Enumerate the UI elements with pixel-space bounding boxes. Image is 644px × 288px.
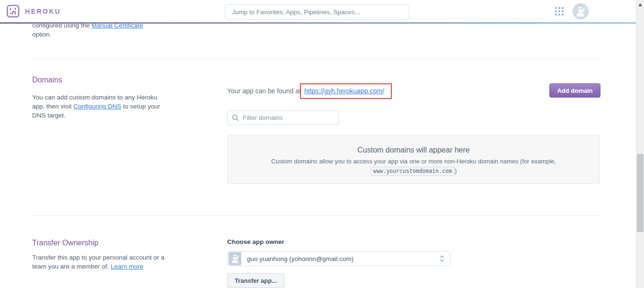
choose-app-owner-label: Choose app owner <box>227 238 284 245</box>
select-stepper-icon <box>440 255 444 262</box>
configuring-dns-link[interactable]: Configuring DNS <box>73 103 121 110</box>
heroku-mark-icon <box>7 5 19 18</box>
heroku-dashboard-page: HEROKU <box>0 0 644 288</box>
apps-grid-icon[interactable] <box>555 7 564 16</box>
empty-panel-example-line: www.yourcustomdomain.com) <box>228 167 600 174</box>
add-domain-button[interactable]: Add domain <box>549 83 600 98</box>
app-url-row: Your app can be found at https://gyh.her… <box>227 83 385 98</box>
navbar-right-group <box>555 0 589 22</box>
vertical-scrollbar[interactable] <box>636 0 644 288</box>
heroku-logo[interactable]: HEROKU <box>7 5 61 18</box>
empty-panel-title: Custom domains will appear here <box>228 146 600 154</box>
close-paren: ) <box>455 167 457 174</box>
transfer-ownership-heading: Transfer Ownership <box>32 239 98 247</box>
domains-description: You can add custom domains to any Heroku… <box>32 93 169 120</box>
navbar-gradient-border <box>0 22 636 24</box>
filter-domains-wrap <box>227 110 339 125</box>
top-navbar: HEROKU <box>0 0 636 22</box>
transfer-description: Transfer this app to your personal accou… <box>32 253 174 271</box>
ninja-avatar-icon <box>230 253 240 264</box>
settings-page-content: configured using the Manual Certificate … <box>0 24 636 288</box>
owner-avatar <box>229 252 241 265</box>
transfer-desc-before: Transfer this app to your personal accou… <box>32 254 164 270</box>
learn-more-link[interactable]: Learn more <box>111 263 143 270</box>
scrollbar-up-arrow[interactable] <box>638 3 642 6</box>
section-divider <box>32 216 600 216</box>
app-url-link[interactable]: https://gyh.herokuapp.com/ <box>304 87 384 95</box>
ninja-avatar-icon <box>574 5 587 18</box>
global-search-input[interactable] <box>225 4 409 19</box>
red-annotation-box: https://gyh.herokuapp.com/ <box>300 83 392 99</box>
app-url-label: Your app can be found at <box>227 87 301 95</box>
clipped-text-after: option. <box>32 31 52 38</box>
domains-heading: Domains <box>32 76 62 84</box>
empty-panel-description: Custom domains allow you to access your … <box>228 158 600 165</box>
filter-domains-input[interactable] <box>227 110 339 125</box>
custom-domains-empty-panel: Custom domains will appear here Custom d… <box>227 135 600 184</box>
scrollbar-thumb[interactable] <box>637 154 644 232</box>
example-domain-code: www.yourcustomdomain.com <box>371 167 455 176</box>
section-divider <box>32 59 600 59</box>
brand-name: HEROKU <box>25 8 61 15</box>
owner-select-value: guo yuanhong (yohonnn@gmail.com) <box>247 255 440 262</box>
search-icon <box>232 114 239 121</box>
transfer-app-button[interactable]: Transfer app... <box>227 273 284 288</box>
user-avatar[interactable] <box>573 3 589 19</box>
app-owner-select[interactable]: guo yuanhong (yohonnn@gmail.com) <box>227 251 450 266</box>
